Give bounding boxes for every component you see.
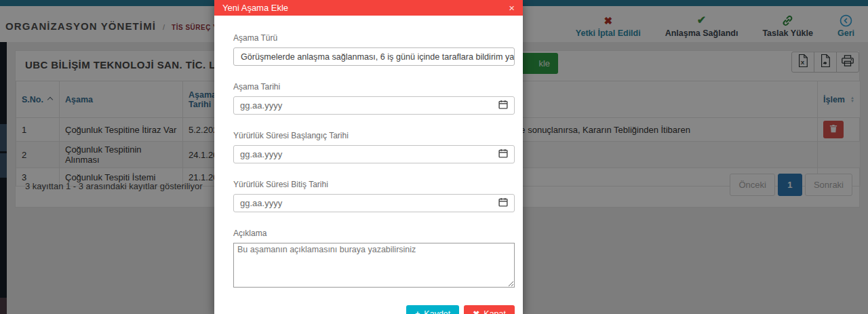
modal-footer: + Kaydet ✖ Kapat: [233, 305, 515, 314]
description-textarea[interactable]: [233, 243, 515, 288]
add-stage-modal: Yeni Aşama Ekle × Aşama Türü Görüşmelerd…: [214, 0, 523, 314]
modal-title: Yeni Aşama Ekle: [222, 3, 288, 13]
stage-type-select[interactable]: Görüşmelerde anlaşma sağlanması, 6 iş gü…: [233, 47, 515, 66]
stage-type-label: Aşama Türü: [233, 33, 515, 43]
validity-start-label: Yürürlük Süresi Başlangıç Tarihi: [233, 131, 515, 140]
modal-body: Aşama Türü Görüşmelerde anlaşma sağlanma…: [214, 33, 523, 314]
cancel-button[interactable]: ✖ Kapat: [464, 305, 515, 314]
modal-header: Yeni Aşama Ekle ×: [214, 0, 523, 16]
close-icon[interactable]: ×: [509, 3, 515, 13]
stage-date-input[interactable]: gg.aa.yyyy: [233, 96, 515, 115]
save-button-label: Kaydet: [424, 309, 450, 314]
cancel-button-label: Kapat: [484, 309, 506, 314]
calendar-icon: [498, 149, 508, 160]
x-mark-icon: ✖: [473, 310, 479, 314]
stage-date-placeholder: gg.aa.yyyy: [240, 100, 282, 111]
plus-icon: +: [415, 310, 420, 314]
stage-date-label: Aşama Tarihi: [233, 82, 515, 92]
validity-start-placeholder: gg.aa.yyyy: [240, 149, 282, 159]
calendar-icon: [498, 197, 508, 209]
save-button[interactable]: + Kaydet: [406, 305, 459, 314]
stage-type-selected-value: Görüşmelerde anlaşma sağlanması, 6 iş gü…: [241, 52, 515, 62]
validity-start-input[interactable]: gg.aa.yyyy: [233, 145, 515, 163]
description-label: Açıklama: [233, 229, 515, 238]
calendar-icon: [498, 100, 508, 111]
validity-end-placeholder: gg.aa.yyyy: [240, 198, 282, 208]
validity-end-label: Yürürlük Süresi Bitiş Tarihi: [233, 180, 515, 189]
validity-end-input[interactable]: gg.aa.yyyy: [233, 194, 515, 212]
